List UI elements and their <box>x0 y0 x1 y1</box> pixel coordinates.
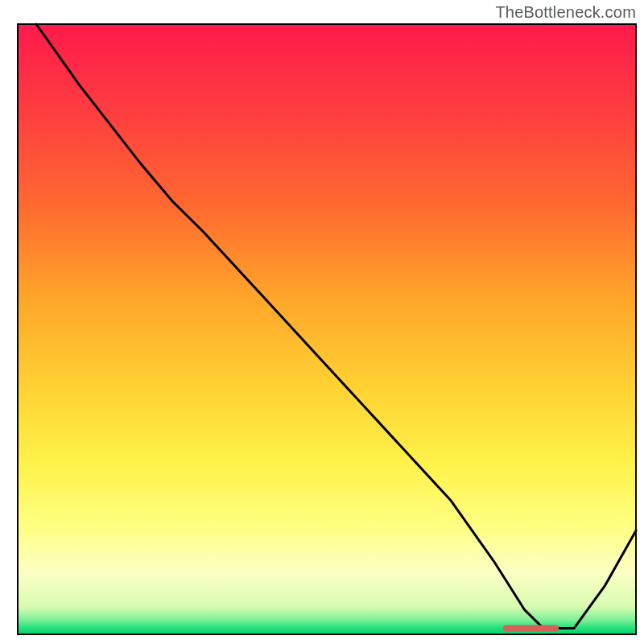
chart-container: TheBottleneck.com <box>0 0 644 644</box>
bottleneck-chart <box>0 0 644 644</box>
watermark-text: TheBottleneck.com <box>495 3 636 22</box>
plot-background <box>18 24 636 634</box>
